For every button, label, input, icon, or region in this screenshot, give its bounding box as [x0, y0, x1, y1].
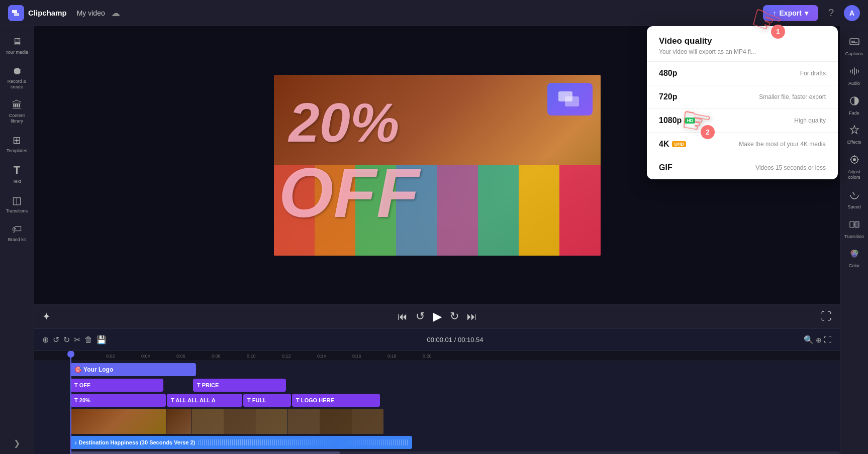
effects-icon — [849, 125, 860, 138]
sidebar-item-content-library[interactable]: 🏛 Contentlibrary — [2, 95, 32, 128]
export-option-1080p[interactable]: 1080pHD High quality — [647, 109, 838, 133]
sidebar-item-text[interactable]: T Text — [2, 160, 32, 188]
speed-icon — [849, 189, 860, 203]
svg-rect-2 — [565, 96, 579, 106]
sidebar-item-fade[interactable]: Fade — [841, 91, 867, 120]
preview-text-off: OFF — [279, 158, 420, 228]
clip-20[interactable]: T 20% — [70, 394, 166, 407]
export-dropdown-title: Video quality — [659, 36, 826, 46]
save-button[interactable]: 💾 — [97, 335, 107, 345]
audio-track: ♪ Destination Happiness (30 Seconds Vers… — [34, 435, 840, 449]
timeline-scrollbar[interactable] — [70, 451, 840, 454]
sidebar-item-color[interactable]: Color — [841, 244, 867, 273]
your-media-icon: 🖥 — [12, 36, 22, 48]
svg-rect-13 — [850, 221, 854, 228]
logo-track: 🎯 Your Logo — [34, 362, 840, 377]
export-option-gif[interactable]: GIF Videos 15 seconds or less — [647, 156, 838, 179]
play-button[interactable]: ▶ — [433, 309, 442, 323]
logo-icon — [8, 5, 24, 21]
zoom-out-button[interactable]: 🔍 — [804, 335, 814, 345]
magic-wand-button[interactable]: ✦ — [42, 310, 51, 322]
sidebar-item-speed[interactable]: Speed — [841, 185, 867, 214]
svg-rect-3 — [850, 39, 859, 45]
undo-button[interactable]: ↺ — [53, 335, 59, 345]
logo-clip[interactable]: 🎯 Your Logo — [70, 363, 196, 376]
templates-icon: ⊞ — [13, 134, 21, 146]
sidebar-item-adjust-colors[interactable]: Adjustcolors — [841, 150, 867, 184]
sidebar-item-templates[interactable]: ⊞ Templates — [2, 130, 32, 158]
sidebar-toggle-button[interactable]: ❯ — [14, 438, 20, 448]
timeline-time-display: 00:00.01 / 00:10.54 — [111, 336, 800, 344]
clip-full[interactable]: T FULL — [243, 394, 291, 407]
audio-icon — [849, 66, 860, 79]
adjust-colors-icon — [849, 154, 860, 168]
svg-point-18 — [852, 252, 857, 257]
content-library-icon: 🏛 — [12, 99, 22, 111]
export-quality-dropdown: Video quality Your video will export as … — [647, 26, 838, 179]
sidebar-item-effects[interactable]: Effects — [841, 121, 867, 149]
clip-logo-here[interactable]: T LOGO HERE — [292, 394, 380, 407]
fit-view-button[interactable]: ⛶ — [824, 335, 832, 345]
rewind-button[interactable]: ↺ — [416, 310, 425, 323]
skip-forward-button[interactable]: ⏭ — [467, 311, 477, 322]
export-option-4k[interactable]: 4KUHD Make the most of your 4K media — [647, 133, 838, 156]
zoom-controls: 🔍 ⊕ ⛶ — [804, 335, 832, 345]
sidebar-item-captions[interactable]: Captions — [841, 32, 867, 61]
export-button[interactable]: ↑ Export ▾ — [763, 5, 818, 21]
audio-clip[interactable]: ♪ Destination Happiness (30 Seconds Vers… — [70, 436, 412, 449]
sidebar-item-brand-kit[interactable]: 🏷 Brand kit — [2, 219, 32, 247]
delete-button[interactable]: 🗑 — [84, 335, 92, 345]
video-track — [34, 408, 840, 434]
export-option-480p[interactable]: 480p For drafts — [647, 62, 838, 85]
timeline-toolbar: ⊕ ↺ ↻ ✂ 🗑 💾 00:00.01 / 00:10.54 🔍 ⊕ ⛶ — [34, 329, 840, 351]
app-name: Clipchamp — [28, 9, 67, 17]
timeline-ruler: | 0:02 0:04 0:06 0:08 0:10 0:12 0:14 0:1… — [34, 351, 840, 361]
timeline-area: ⊕ ↺ ↻ ✂ 🗑 💾 00:00.01 / 00:10.54 🔍 ⊕ ⛶ — [34, 328, 840, 454]
skip-back-button[interactable]: ⏮ — [398, 311, 408, 322]
text-track-1: T OFF T PRICE — [34, 378, 840, 392]
topbar: Clipchamp My video ☁ ↑ Export ▾ ? A — [0, 0, 868, 26]
fade-icon — [849, 95, 860, 109]
sidebar-item-transitions[interactable]: ◫ Transitions — [2, 190, 32, 218]
preview-video: 20% OFF — [274, 75, 601, 256]
clip-off[interactable]: T OFF — [70, 379, 163, 392]
user-avatar[interactable]: A — [844, 5, 860, 21]
cut-button[interactable]: ✂ — [74, 335, 80, 345]
sidebar-item-record-create[interactable]: ⏺ Record &create — [2, 61, 32, 94]
playhead — [70, 351, 71, 454]
forward-button[interactable]: ↻ — [450, 310, 459, 323]
export-option-720p[interactable]: 720p Smaller file, faster export — [647, 85, 838, 109]
export-icon: ↑ — [773, 9, 777, 17]
cloud-save-icon: ☁ — [111, 8, 120, 19]
sidebar-item-your-media[interactable]: 🖥 Your media — [2, 32, 32, 59]
right-sidebar: Captions Audio Fade — [840, 26, 868, 454]
record-create-icon: ⏺ — [12, 65, 22, 77]
help-icon[interactable]: ? — [828, 7, 834, 19]
zoom-in-button[interactable]: ⊕ — [816, 336, 822, 344]
captions-icon — [849, 36, 860, 50]
sidebar-item-transition[interactable]: Transition — [841, 215, 867, 244]
video-clip[interactable] — [70, 409, 412, 434]
export-chevron-icon: ▾ — [805, 9, 808, 17]
text-icon: T — [14, 164, 20, 177]
preview-logo-box — [547, 83, 593, 116]
clip-all[interactable]: T ALL ALL ALL A — [167, 394, 242, 407]
magnet-tool-button[interactable]: ⊕ — [42, 335, 49, 345]
color-icon — [849, 248, 860, 262]
redo-button[interactable]: ↻ — [63, 335, 70, 345]
export-header: Video quality Your video will export as … — [647, 26, 838, 62]
preview-text-20: 20% — [289, 95, 400, 150]
transitions-icon: ◫ — [12, 194, 22, 206]
text-track-2: T 20% T ALL ALL ALL A T FULL T LOGO HERE — [34, 393, 840, 407]
left-sidebar: 🖥 Your media ⏺ Record &create 🏛 Contentl… — [0, 26, 34, 454]
export-dropdown-subtitle: Your video will export as an MP4 fi... — [659, 48, 826, 55]
playback-bar: ✦ ⏮ ↺ ▶ ↻ ⏭ ⛶ — [34, 304, 840, 328]
app-logo: Clipchamp — [8, 5, 67, 21]
sidebar-item-audio[interactable]: Audio — [841, 62, 867, 90]
project-name[interactable]: My video — [77, 9, 105, 17]
clip-price[interactable]: T PRICE — [193, 379, 286, 392]
transition-icon — [849, 219, 860, 233]
svg-rect-14 — [855, 221, 859, 228]
fullscreen-button[interactable]: ⛶ — [821, 310, 832, 323]
brand-kit-icon: 🏷 — [12, 223, 22, 235]
